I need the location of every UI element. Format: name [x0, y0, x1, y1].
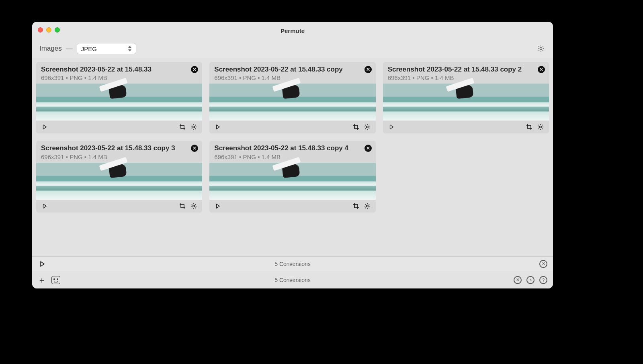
total-conversions-count: 5 Conversions — [274, 277, 311, 283]
crop-item-button[interactable] — [352, 202, 360, 211]
add-files-button[interactable]: ＋ — [38, 276, 46, 284]
conversion-card: ✕ Screenshot 2023-05-22 at 15.48.33 696x… — [36, 62, 202, 133]
remove-item-button[interactable]: ✕ — [365, 145, 372, 152]
clear-all-button[interactable]: ✕ — [514, 276, 522, 284]
fullscreen-window-button[interactable] — [55, 27, 60, 33]
start-item-button[interactable] — [213, 202, 222, 211]
play-icon — [42, 203, 47, 209]
card-title: Screenshot 2023-05-22 at 15.48.33 copy 3 — [41, 144, 197, 152]
group-status-bar: 5 Conversions ✕ — [32, 256, 553, 271]
crop-icon — [526, 124, 532, 130]
crop-icon — [179, 124, 186, 130]
conversion-card: ✕ Screenshot 2023-05-22 at 15.48.33 copy… — [209, 141, 375, 212]
group-conversions-count: 5 Conversions — [274, 261, 311, 267]
start-group-button[interactable] — [38, 260, 47, 268]
item-settings-button[interactable] — [363, 202, 372, 211]
clock-icon — [528, 278, 533, 282]
app-window: Permute Images — JPEG ✕ Screenshot 2023-… — [32, 22, 553, 288]
svg-point-0 — [540, 47, 542, 49]
window-bottom-bar: ＋ 5 Conversions ✕ ? — [32, 271, 553, 288]
crop-item-button[interactable] — [352, 123, 360, 131]
gear-icon — [364, 123, 371, 131]
card-thumbnail — [209, 84, 375, 121]
clear-group-button[interactable]: ✕ — [539, 260, 547, 268]
titlebar: Permute — [32, 22, 553, 39]
card-title: Screenshot 2023-05-22 at 15.48.33 — [41, 65, 197, 74]
help-button[interactable]: ? — [539, 276, 547, 284]
conversion-card: ✕ Screenshot 2023-05-22 at 15.48.33 copy… — [383, 62, 549, 133]
minimize-window-button[interactable] — [46, 27, 51, 33]
separator-dash: — — [66, 45, 73, 53]
automation-button[interactable] — [51, 276, 60, 284]
play-icon — [39, 261, 45, 267]
crop-icon — [179, 203, 186, 209]
card-thumbnail — [383, 84, 549, 121]
start-item-button[interactable] — [40, 202, 49, 211]
svg-point-4 — [193, 205, 195, 207]
category-label: Images — [39, 45, 62, 53]
svg-point-2 — [366, 126, 368, 128]
card-thumbnail — [36, 163, 202, 200]
window-title: Permute — [281, 27, 305, 34]
conversion-card: ✕ Screenshot 2023-05-22 at 15.48.33 copy… — [36, 141, 202, 212]
history-button[interactable] — [526, 276, 534, 284]
crop-icon — [353, 203, 359, 209]
play-icon — [215, 203, 221, 209]
svg-point-1 — [193, 126, 195, 128]
output-format-select[interactable]: JPEG — [77, 43, 136, 54]
card-title: Screenshot 2023-05-22 at 15.48.33 copy 2 — [388, 65, 544, 74]
crop-item-button[interactable] — [178, 202, 187, 211]
item-settings-button[interactable] — [189, 202, 198, 211]
gear-icon — [364, 202, 371, 210]
select-arrows-icon — [127, 45, 133, 52]
start-item-button[interactable] — [40, 123, 49, 131]
close-window-button[interactable] — [38, 27, 43, 33]
gear-icon — [537, 45, 545, 53]
play-icon — [215, 124, 221, 130]
svg-point-3 — [540, 126, 542, 128]
card-thumbnail — [209, 163, 375, 200]
play-icon — [389, 124, 394, 130]
window-controls — [38, 27, 60, 33]
card-title: Screenshot 2023-05-22 at 15.48.33 copy 4 — [214, 144, 371, 152]
crop-item-button[interactable] — [525, 123, 534, 131]
item-settings-button[interactable] — [189, 123, 198, 131]
preset-settings-button[interactable] — [536, 44, 546, 53]
crop-icon — [353, 124, 359, 130]
item-settings-button[interactable] — [536, 123, 545, 131]
card-thumbnail — [36, 84, 202, 121]
start-item-button[interactable] — [213, 123, 222, 131]
content-area: ✕ Screenshot 2023-05-22 at 15.48.33 696x… — [32, 58, 553, 256]
gear-icon — [190, 123, 197, 131]
conversion-grid: ✕ Screenshot 2023-05-22 at 15.48.33 696x… — [36, 62, 549, 213]
start-item-button[interactable] — [387, 123, 396, 131]
gear-icon — [537, 123, 544, 131]
play-icon — [42, 124, 47, 130]
remove-item-button[interactable]: ✕ — [365, 66, 372, 73]
remove-item-button[interactable]: ✕ — [538, 66, 545, 73]
card-title: Screenshot 2023-05-22 at 15.48.33 copy — [214, 65, 371, 74]
item-settings-button[interactable] — [363, 123, 372, 131]
svg-point-5 — [366, 205, 368, 207]
output-format-value: JPEG — [81, 45, 97, 52]
crop-item-button[interactable] — [178, 123, 187, 131]
gear-icon — [190, 202, 197, 210]
conversion-card: ✕ Screenshot 2023-05-22 at 15.48.33 copy… — [209, 62, 375, 133]
toolbar: Images — JPEG — [32, 39, 553, 58]
